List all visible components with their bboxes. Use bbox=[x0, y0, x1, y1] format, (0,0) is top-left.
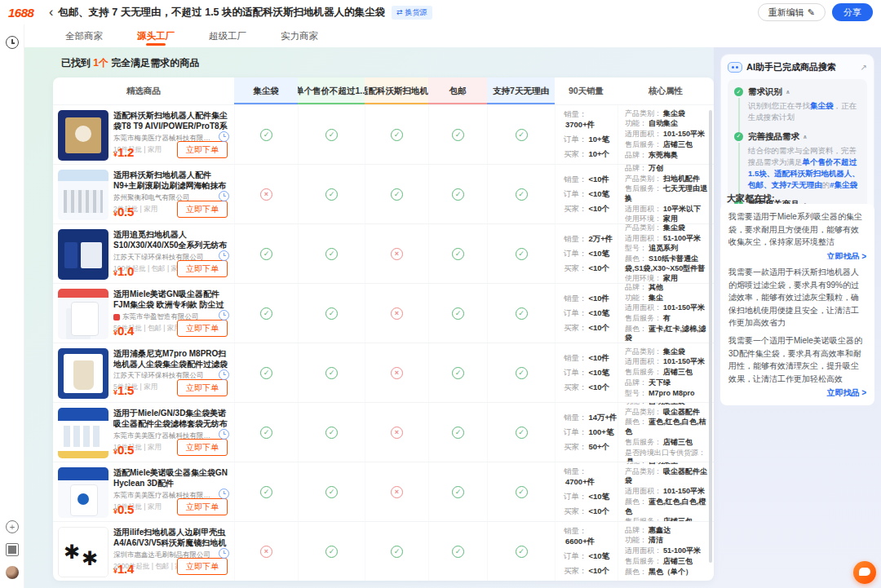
sales-stat: 买家：<10个 bbox=[564, 382, 609, 393]
product-row[interactable]: 适用科沃斯扫地机器人配件N9+主刷滚刷边刷滤网海帕抹布清洁拖布 苏州聚衡和电气有… bbox=[53, 164, 714, 223]
product-title[interactable]: 适用ilife扫地机器人边刷甲壳虫A4/A6/V3/V5科沃斯魔镜扫地机配件 bbox=[113, 527, 229, 549]
criterion-cell-7day-return: ✓ bbox=[487, 105, 555, 164]
core-attribute: 功能：自动集尘 bbox=[625, 462, 678, 466]
product-row[interactable]: 适配Miele美诺吸尘器集尘袋GN Hyclean 3D配件S8340/C1/C… bbox=[53, 462, 714, 521]
sales-cell: 销量：3700+件订单：10+笔买家：10+个 bbox=[555, 105, 618, 164]
ai-step-header[interactable]: 需求识别 ∧ bbox=[748, 86, 861, 98]
product-row[interactable]: 适配科沃斯扫地机器人配件集尘袋T8 T9 AIVI/POWER/ProT8系列尘… bbox=[53, 104, 714, 164]
core-attribute: 品牌：万创 bbox=[625, 165, 663, 174]
criterion-cell-free-shipping: ✓ bbox=[428, 284, 487, 343]
product-thumbnail[interactable] bbox=[58, 348, 108, 399]
header-criterion-compatible[interactable]: 适配科沃斯扫地机.. bbox=[365, 77, 428, 104]
order-now-button[interactable]: 立即下单 bbox=[177, 498, 228, 515]
header-criterion-free-shipping[interactable]: 包邮 bbox=[428, 77, 487, 104]
product-row[interactable]: 适用浦桑尼克M7pro M8PRO扫地机器人尘袋集尘袋配件过滤袋 江苏天下绿环保… bbox=[53, 343, 714, 402]
product-title[interactable]: 适配科沃斯扫地机器人配件集尘袋T8 T9 AIVI/POWER/ProT8系列尘… bbox=[113, 110, 229, 132]
product-price: ¥0.4 bbox=[113, 324, 134, 338]
product-info: 适用ilife扫地机器人边刷甲壳虫A4/A6/V3/V5科沃斯魔镜扫地机配件 深… bbox=[113, 527, 229, 577]
sales-stat: 订单：100+笔 bbox=[564, 427, 613, 438]
logo-1688[interactable]: 1688 bbox=[8, 6, 44, 20]
sales-stat: 订单：<10笔 bbox=[564, 551, 609, 562]
product-title[interactable]: 适配Miele美诺吸尘器集尘袋GN Hyclean 3D配件S8340/C1/C… bbox=[113, 467, 229, 489]
order-now-button[interactable]: 立即下单 bbox=[177, 320, 228, 337]
criterion-cell-compatible: × bbox=[365, 224, 428, 283]
product-thumbnail[interactable] bbox=[58, 289, 108, 339]
order-now-button[interactable]: 立即下单 bbox=[177, 141, 228, 158]
criterion-cell-price: ✓ bbox=[298, 403, 365, 462]
customer-service-button[interactable] bbox=[853, 561, 876, 584]
criterion-cell-dust-bag: ✓ bbox=[234, 343, 298, 402]
tab-all-merchants[interactable]: 全部商家 bbox=[65, 24, 103, 47]
criterion-not-met-icon: × bbox=[391, 367, 403, 379]
product-row[interactable]: 适用追觅扫地机器人S10/X30/X40/X50全系列无纺布活性炭集尘袋 江苏天… bbox=[53, 223, 714, 283]
order-now-button[interactable]: 立即下单 bbox=[177, 379, 228, 396]
product-thumbnail[interactable] bbox=[58, 170, 108, 220]
product-thumbnail[interactable] bbox=[58, 110, 108, 161]
tab-super-factory[interactable]: 超级工厂 bbox=[209, 24, 246, 47]
reminder-clock-icon[interactable] bbox=[219, 131, 229, 142]
order-now-button[interactable]: 立即下单 bbox=[177, 558, 228, 575]
reminder-clock-icon[interactable] bbox=[219, 369, 229, 380]
criterion-cell-compatible: ✓ bbox=[365, 522, 428, 581]
sales-stat: 销量：<10件 bbox=[564, 294, 609, 304]
ai-step-header[interactable]: 完善搜品需求 ∧ bbox=[748, 131, 861, 143]
back-icon[interactable]: ‹ bbox=[49, 6, 53, 19]
product-thumbnail[interactable] bbox=[58, 467, 108, 518]
product-price: ¥0.5 bbox=[113, 443, 134, 458]
add-icon[interactable]: + bbox=[6, 520, 19, 533]
table-scrollbar[interactable] bbox=[709, 110, 712, 563]
order-now-button[interactable]: 立即下单 bbox=[177, 260, 228, 277]
user-avatar[interactable] bbox=[6, 566, 19, 579]
find-now-link[interactable]: 立即找品 > bbox=[728, 387, 866, 399]
product-title[interactable]: 适用追觅扫地机器人S10/X30/X40/X50全系列无纺布活性炭集尘袋 bbox=[113, 229, 229, 251]
product-title[interactable]: 适用Miele美诺GN吸尘器配件FJM集尘袋 欧洲专利款 防尘过滤袋 bbox=[113, 289, 229, 311]
product-row[interactable]: 适用ilife扫地机器人边刷甲壳虫A4/A6/V3/V5科沃斯魔镜扫地机配件 深… bbox=[53, 521, 714, 581]
header-criterion-7day-return[interactable]: 支持7天无理由 bbox=[487, 77, 555, 104]
criterion-met-icon: ✓ bbox=[516, 248, 528, 260]
reminder-clock-icon[interactable] bbox=[219, 250, 229, 261]
reminder-clock-icon[interactable] bbox=[219, 429, 229, 440]
qr-scan-icon[interactable] bbox=[6, 543, 19, 556]
product-thumbnail[interactable] bbox=[58, 229, 108, 280]
product-thumbnail[interactable] bbox=[58, 408, 108, 458]
reminder-clock-icon[interactable] bbox=[219, 310, 229, 321]
criterion-cell-compatible: ✓ bbox=[365, 105, 428, 164]
product-price: ¥0.5 bbox=[113, 205, 134, 219]
criterion-cell-free-shipping: ✓ bbox=[428, 522, 487, 581]
product-row[interactable]: 适用于Miele/GN/3D集尘袋美诺吸尘器配件尘袋滤棉套袋无纺布袋现 东莞市美… bbox=[53, 402, 714, 462]
tab-source-factory[interactable]: 源头工厂 bbox=[137, 24, 175, 47]
criterion-cell-7day-return: ✓ bbox=[487, 165, 555, 223]
share-button[interactable]: 分享 bbox=[832, 3, 873, 21]
history-icon[interactable] bbox=[6, 36, 19, 49]
order-now-button[interactable]: 立即下单 bbox=[177, 439, 228, 456]
reminder-clock-icon[interactable] bbox=[219, 548, 229, 559]
criterion-not-met-icon: × bbox=[391, 248, 403, 260]
product-title[interactable]: 适用于Miele/GN/3D集尘袋美诺吸尘器配件尘袋滤棉套袋无纺布袋现 bbox=[113, 408, 229, 430]
order-now-button[interactable]: 立即下单 bbox=[177, 201, 228, 218]
header-criterion-price[interactable]: 单个售价不超过1... bbox=[298, 77, 365, 104]
header-criterion-dust-bag[interactable]: 集尘袋 bbox=[234, 77, 298, 104]
ai-panel-title: AI助手已完成商品搜索 bbox=[746, 61, 836, 73]
change-source-label: 换货源 bbox=[405, 7, 427, 18]
product-title[interactable]: 适用科沃斯扫地机器人配件N9+主刷滚刷边刷滤网海帕抹布清洁拖布 bbox=[113, 170, 229, 192]
core-attribute: 产品类别：集尘袋 bbox=[625, 347, 685, 357]
core-attribute: 适用面积：101-150平米 bbox=[625, 303, 705, 313]
attributes-cell: 产品类别：集尘袋功能：自动集尘适用面积：101-150平米售后服务：店铺三包品牌… bbox=[618, 105, 714, 164]
change-source-badge[interactable]: ⇄ 换货源 bbox=[392, 6, 432, 20]
reminder-clock-icon[interactable] bbox=[219, 191, 229, 201]
core-attribute: 使用环境：家用 bbox=[625, 214, 678, 223]
expand-icon[interactable]: ↗ bbox=[861, 63, 867, 72]
product-info: 适配Miele美诺吸尘器集尘袋GN Hyclean 3D配件S8340/C1/C… bbox=[113, 467, 229, 517]
product-row[interactable]: 适用Miele美诺GN吸尘器配件FJM集尘袋 欧洲专利款 防尘过滤袋 东莞市华盈… bbox=[53, 283, 714, 343]
sales-stat: 订单：<10笔 bbox=[564, 189, 609, 200]
tab-strength-merchant[interactable]: 实力商家 bbox=[281, 24, 318, 47]
sales-cell: 销量：<10件订单：<10笔买家：<10个 bbox=[555, 284, 618, 343]
reedit-button[interactable]: 重新编辑 ✎ bbox=[758, 3, 826, 21]
top-bar: 1688 ‹ 包邮、支持 7 天无理由，不超过 1.5 块的适配科沃斯扫地机器人… bbox=[0, 0, 881, 24]
product-price: ¥1.2 bbox=[113, 145, 134, 160]
product-cell: 适配科沃斯扫地机器人配件集尘袋T8 T9 AIVI/POWER/ProT8系列尘… bbox=[53, 105, 234, 164]
product-title[interactable]: 适用浦桑尼克M7pro M8PRO扫地机器人尘袋集尘袋配件过滤袋 bbox=[113, 348, 229, 369]
criterion-cell-free-shipping: ✓ bbox=[428, 403, 487, 462]
product-thumbnail[interactable] bbox=[58, 527, 108, 577]
reminder-clock-icon[interactable] bbox=[219, 489, 229, 499]
